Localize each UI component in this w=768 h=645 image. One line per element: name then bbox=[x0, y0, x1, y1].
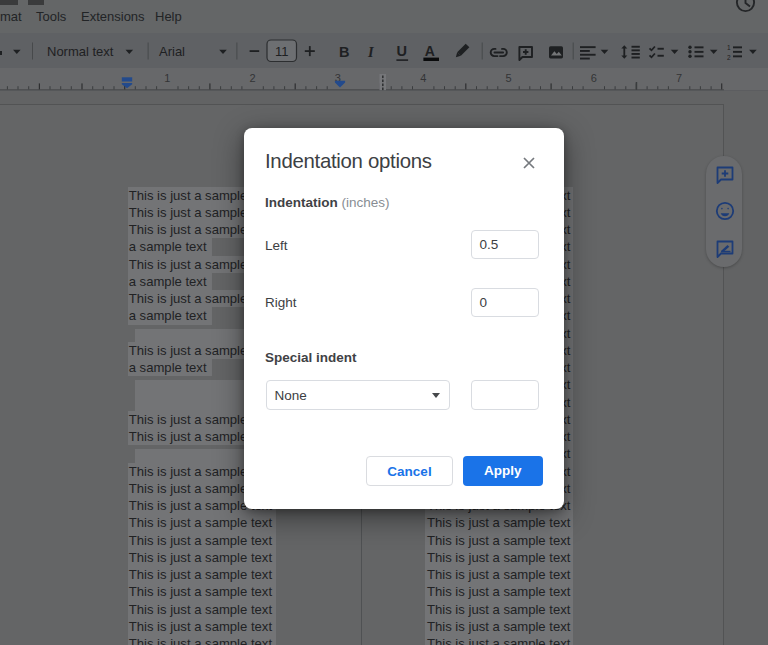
svg-text:7: 7 bbox=[676, 72, 682, 84]
svg-text:Arial: Arial bbox=[159, 44, 185, 59]
svg-text:5: 5 bbox=[505, 72, 511, 84]
svg-text:1: 1 bbox=[727, 44, 731, 51]
svg-text:6: 6 bbox=[591, 72, 597, 84]
svg-text:11: 11 bbox=[275, 44, 289, 59]
svg-text:2: 2 bbox=[727, 54, 731, 61]
svg-text:1: 1 bbox=[164, 72, 170, 84]
svg-text:I: I bbox=[367, 44, 375, 60]
svg-text:2: 2 bbox=[250, 72, 256, 84]
svg-text:U: U bbox=[397, 43, 407, 59]
svg-text:4: 4 bbox=[420, 72, 426, 84]
svg-text:A: A bbox=[425, 43, 435, 59]
svg-text:B: B bbox=[339, 44, 349, 60]
svg-text:Normal text: Normal text bbox=[47, 44, 114, 59]
